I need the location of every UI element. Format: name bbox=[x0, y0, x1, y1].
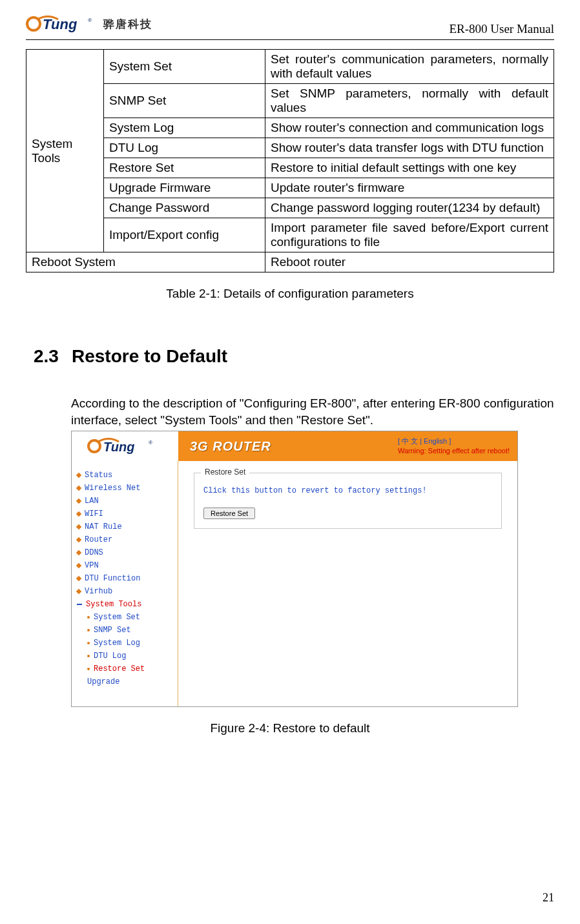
etung-logo-icon: Tung ® bbox=[26, 12, 97, 36]
section-title: Restore to Default bbox=[72, 346, 227, 366]
param-desc: Set router's communication parameters, n… bbox=[265, 50, 554, 84]
param-name: Change Password bbox=[104, 198, 265, 218]
diamond-icon bbox=[76, 498, 81, 504]
param-name: System Log bbox=[104, 118, 265, 138]
router-admin-screenshot: Tung ® 3G ROUTER [ 中 文 | English ] Warni… bbox=[71, 431, 518, 707]
diamond-icon bbox=[76, 473, 81, 478]
param-desc: Set SNMP parameters, normally with defau… bbox=[265, 84, 554, 118]
param-desc: Change password logging router(1234 by d… bbox=[265, 198, 554, 218]
diamond-icon bbox=[76, 589, 81, 594]
sidebar-item-wireless-net[interactable]: Wireless Net bbox=[77, 482, 172, 495]
etung-logo-small-icon: Tung ® bbox=[87, 435, 164, 457]
sidebar-item-wifi[interactable]: WIFI bbox=[77, 508, 172, 520]
sidebar-item-lan[interactable]: LAN bbox=[77, 495, 172, 508]
diamond-icon bbox=[76, 537, 81, 542]
sidebar-item-ddns[interactable]: DDNS bbox=[77, 546, 172, 559]
param-desc: Show router's data transfer logs with DT… bbox=[265, 138, 554, 158]
param-desc: Show router's connection and communicati… bbox=[265, 118, 554, 138]
svg-point-3 bbox=[88, 440, 100, 452]
lang-switch[interactable]: [ 中 文 | English ] bbox=[398, 436, 510, 446]
param-name: Upgrade Firmware bbox=[104, 178, 265, 198]
subitem-dtu-log[interactable]: DTU Log bbox=[77, 650, 172, 662]
diamond-icon bbox=[76, 511, 81, 517]
dot-icon bbox=[87, 655, 90, 657]
section-paragraph: According to the description of "Configu… bbox=[71, 395, 554, 428]
section-number: 2.3 bbox=[34, 346, 59, 366]
sidebar-item-vpn[interactable]: VPN bbox=[77, 559, 172, 572]
sidebar-item-dtu-function[interactable]: DTU Function bbox=[77, 572, 172, 585]
figure-caption: Figure 2-4: Restore to default bbox=[26, 721, 554, 735]
banner-title: 3G ROUTER bbox=[190, 439, 271, 454]
page-number: 21 bbox=[543, 891, 554, 905]
group-label: System Tools bbox=[26, 50, 104, 252]
shot-body: Status Wireless Net LAN WIFI NAT Rule Ro… bbox=[72, 461, 517, 706]
dot-icon bbox=[87, 616, 90, 619]
page-header: Tung ® 骅唐科技 ER-800 User Manual bbox=[26, 12, 554, 40]
minus-icon bbox=[77, 604, 82, 605]
param-name: DTU Log bbox=[104, 138, 265, 158]
diamond-icon bbox=[76, 524, 81, 529]
panel-message: Click this button to revert to factory s… bbox=[203, 486, 492, 495]
sidebar-item-system-tools[interactable]: System Tools bbox=[77, 598, 172, 611]
brand-block: Tung ® 骅唐科技 bbox=[26, 12, 152, 36]
shot-banner: 3G ROUTER [ 中 文 | English ] Warning: Set… bbox=[178, 431, 517, 461]
section-heading: 2.3Restore to Default bbox=[34, 346, 554, 367]
param-desc: Reboot router bbox=[265, 252, 554, 272]
banner-right: [ 中 文 | English ] Warning: Setting effec… bbox=[398, 436, 510, 456]
param-desc: Update router's firmware bbox=[265, 178, 554, 198]
sidebar-item-router[interactable]: Router bbox=[77, 533, 172, 546]
svg-text:®: ® bbox=[149, 440, 152, 446]
param-name: System Set bbox=[104, 50, 265, 84]
subitem-system-set[interactable]: System Set bbox=[77, 611, 172, 624]
param-name: Reboot System bbox=[26, 252, 265, 272]
table-caption: Table 2-1: Details of configuration para… bbox=[26, 287, 554, 301]
brand-cn-text: 骅唐科技 bbox=[103, 17, 152, 32]
param-name: SNMP Set bbox=[104, 84, 265, 118]
subitem-upgrade[interactable]: Upgrade bbox=[77, 675, 172, 688]
sidebar-item-status[interactable]: Status bbox=[77, 469, 172, 482]
main-panel-area: Restore Set Click this button to revert … bbox=[178, 461, 517, 706]
svg-text:Tung: Tung bbox=[43, 16, 78, 32]
subitem-snmp-set[interactable]: SNMP Set bbox=[77, 624, 172, 637]
diamond-icon bbox=[76, 550, 81, 555]
panel-legend: Restore Set bbox=[201, 467, 249, 477]
diamond-icon bbox=[76, 563, 81, 568]
dot-icon bbox=[87, 629, 90, 631]
sidebar-item-virhub[interactable]: Virhub bbox=[77, 585, 172, 598]
diamond-icon bbox=[76, 486, 81, 491]
dot-icon bbox=[87, 668, 90, 670]
config-params-table: System Tools System Set Set router's com… bbox=[26, 49, 554, 272]
param-desc: Import parameter file saved before/Expor… bbox=[265, 218, 554, 252]
restore-panel: Restore Set Click this button to revert … bbox=[194, 473, 502, 529]
param-name: Restore Set bbox=[104, 158, 265, 178]
svg-text:®: ® bbox=[88, 17, 92, 23]
restore-set-button[interactable]: Restore Set bbox=[203, 508, 255, 519]
param-desc: Restore to initial default settings with… bbox=[265, 158, 554, 178]
dot-icon bbox=[87, 642, 90, 644]
diamond-icon bbox=[76, 576, 81, 581]
subitem-system-log[interactable]: System Log bbox=[77, 637, 172, 650]
param-name: Import/Export config bbox=[104, 218, 265, 252]
subitem-restore-set[interactable]: Restore Set bbox=[77, 662, 172, 675]
sidebar: Status Wireless Net LAN WIFI NAT Rule Ro… bbox=[72, 461, 178, 706]
svg-text:Tung: Tung bbox=[103, 440, 135, 454]
doc-title: ER-800 User Manual bbox=[449, 22, 554, 36]
shot-logo-cell: Tung ® bbox=[72, 431, 178, 461]
reboot-warning: Warning: Setting effect after reboot! bbox=[398, 446, 510, 456]
shot-header: Tung ® 3G ROUTER [ 中 文 | English ] Warni… bbox=[72, 431, 517, 461]
sidebar-item-nat-rule[interactable]: NAT Rule bbox=[77, 520, 172, 533]
